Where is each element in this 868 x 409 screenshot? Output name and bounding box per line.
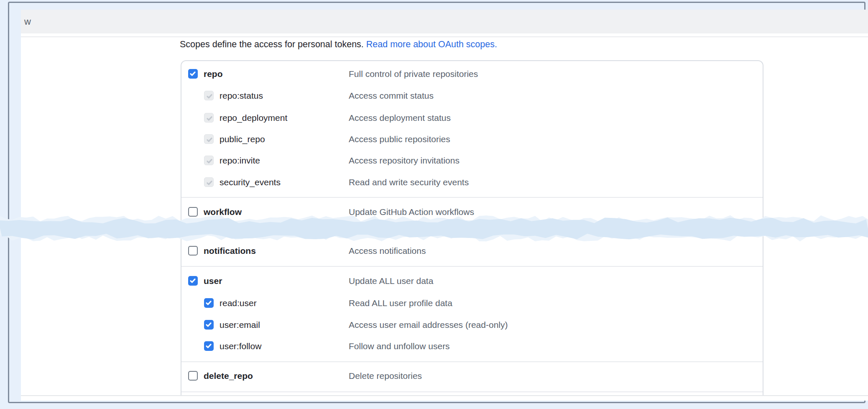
group-divider [181, 391, 763, 392]
scope-row-user-email: user:emailAccess user email addresses (r… [181, 319, 763, 331]
scope-name[interactable]: user:email [220, 319, 260, 331]
scope-row-repo-invite: repo:inviteAccess repository invitations [181, 154, 763, 167]
scope-name: repo:status [220, 89, 263, 102]
content-panel: w Scopes define the access for personal … [21, 10, 868, 401]
scope-row-repo-deployment: repo_deploymentAccess deployment status [181, 112, 763, 124]
scope-row-user-follow: user:followFollow and unfollow users [181, 340, 763, 353]
scope-description: Access deployment status [349, 112, 451, 124]
scope-description: Read ALL user profile data [349, 297, 452, 309]
window-header: w [21, 10, 868, 33]
scope-description: Access notifications [349, 245, 426, 257]
scope-name[interactable]: delete_repo [204, 370, 253, 382]
scope-description: Update GitHub Action workflows [349, 206, 474, 218]
scope-name[interactable]: notifications [204, 245, 256, 257]
scope-description: Access repository invitations [349, 154, 460, 167]
group-divider [181, 266, 763, 267]
scope-description: Update ALL user data [349, 275, 433, 287]
scope-name: repo:invite [220, 154, 260, 167]
scope-description: Access commit status [349, 89, 434, 102]
scopes-note: Scopes define the access for personal to… [180, 38, 497, 51]
scope-description: Delete repositories [349, 370, 422, 382]
panel-footer-divider [21, 395, 868, 396]
scope-row-delete-repo: delete_repoDelete repositories [181, 370, 763, 382]
scope-description: Access public repositories [349, 133, 450, 146]
scope-checkbox-user-follow[interactable] [204, 341, 214, 351]
group-divider [181, 361, 763, 362]
group-divider [181, 197, 763, 198]
scope-row-security-events: security_eventsRead and write security e… [181, 176, 763, 189]
scope-row-workflow: workflowUpdate GitHub Action workflows [181, 206, 763, 218]
scope-row-read-user: read:userRead ALL user profile data [181, 297, 763, 309]
header-text: w [24, 10, 31, 33]
scope-name: repo_deployment [220, 112, 287, 124]
scope-name: security_events [220, 176, 281, 189]
scope-name[interactable]: user [204, 275, 222, 287]
scope-checkbox-repo[interactable] [188, 69, 198, 79]
scope-checkbox-read-user[interactable] [204, 298, 214, 308]
scope-checkbox-user-email[interactable] [204, 320, 214, 330]
scope-checkbox-security-events [204, 177, 214, 187]
scope-name[interactable]: user:follow [220, 340, 261, 353]
header-divider [21, 36, 868, 37]
screenshot-root: w Scopes define the access for personal … [0, 0, 868, 409]
scope-description: Read and write security events [349, 176, 469, 189]
scope-checkbox-notifications[interactable] [188, 246, 198, 256]
scope-row-user: userUpdate ALL user data [181, 275, 763, 287]
scope-checkbox-workflow[interactable] [188, 207, 198, 217]
scope-row-public-repo: public_repoAccess public repositories [181, 133, 763, 146]
scope-description: Follow and unfollow users [349, 340, 450, 353]
scope-row-repo-status: repo:statusAccess commit status [181, 89, 763, 102]
scope-name[interactable]: repo [204, 68, 223, 80]
scope-checkbox-repo-invite [204, 156, 214, 165]
scope-checkbox-repo-status [204, 91, 214, 100]
scope-checkbox-repo-deployment [204, 113, 214, 123]
outer-frame: w Scopes define the access for personal … [8, 2, 865, 403]
scope-row-notifications: notificationsAccess notifications [181, 245, 763, 257]
scope-checkbox-delete-repo[interactable] [188, 371, 198, 381]
oauth-scopes-link[interactable]: Read more about OAuth scopes. [366, 39, 497, 49]
scope-description: Access user email addresses (read-only) [349, 319, 508, 331]
scope-checkbox-user[interactable] [188, 276, 198, 286]
scope-description: Full control of private repositories [349, 68, 478, 80]
scope-name[interactable]: read:user [220, 297, 257, 309]
scopes-note-text: Scopes define the access for personal to… [180, 39, 364, 49]
scope-row-repo: repoFull control of private repositories [181, 68, 763, 80]
scope-name: public_repo [220, 133, 265, 146]
scope-checkbox-public-repo [204, 134, 214, 144]
